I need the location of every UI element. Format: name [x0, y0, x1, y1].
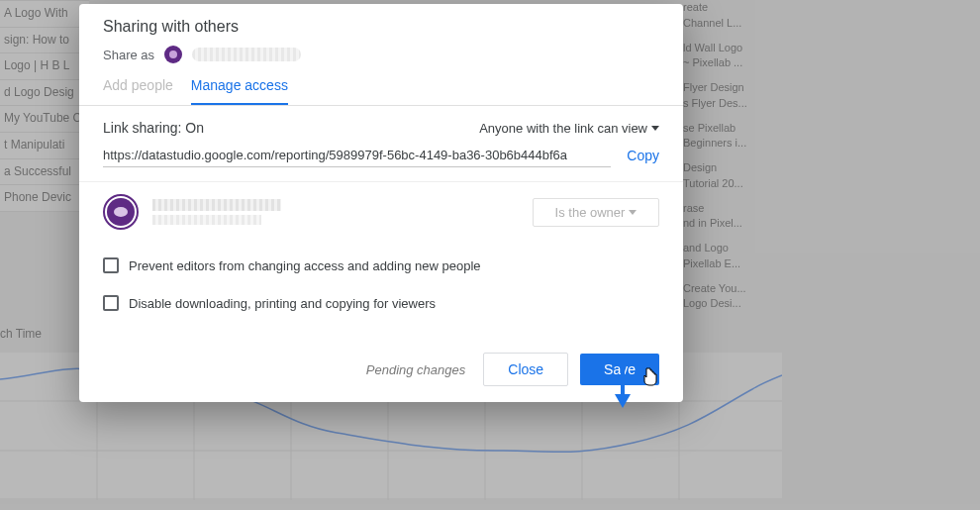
tabs: Add people Manage access	[79, 63, 683, 106]
checkbox-icon[interactable]	[103, 257, 119, 273]
share-as-name-redacted	[192, 48, 301, 61]
chevron-down-icon	[651, 126, 659, 131]
link-permission-text: Anyone with the link can view	[479, 121, 647, 136]
user-avatar-icon	[164, 46, 182, 63]
option-prevent-editors[interactable]: Prevent editors from changing access and…	[79, 254, 683, 277]
owner-email-redacted	[152, 215, 261, 225]
owner-row: Is the owner	[79, 182, 683, 242]
owner-role-text: Is the owner	[555, 205, 626, 220]
link-sharing-label: Link sharing: On	[103, 120, 204, 136]
tab-add-people[interactable]: Add people	[103, 77, 173, 105]
owner-avatar-icon	[103, 194, 139, 230]
owner-name-redacted	[152, 199, 281, 211]
option-disable-download[interactable]: Disable downloading, printing and copyin…	[79, 291, 683, 315]
chevron-down-icon	[629, 210, 637, 215]
option-prevent-editors-label: Prevent editors from changing access and…	[129, 258, 481, 273]
dialog-title: Sharing with others	[103, 18, 659, 36]
share-url-field[interactable]: https://datastudio.google.com/reporting/…	[103, 144, 611, 167]
close-button[interactable]: Close	[483, 353, 568, 386]
sharing-dialog: Sharing with others Share as Add people …	[79, 4, 683, 402]
save-button[interactable]: Save	[580, 354, 659, 385]
link-permission-dropdown[interactable]: Anyone with the link can view	[479, 121, 659, 136]
checkbox-icon[interactable]	[103, 295, 119, 311]
copy-link-button[interactable]: Copy	[627, 148, 659, 163]
tab-manage-access[interactable]: Manage access	[191, 77, 288, 105]
owner-role-dropdown[interactable]: Is the owner	[533, 198, 659, 227]
pending-changes-label: Pending changes	[366, 362, 465, 377]
share-as-label: Share as	[103, 48, 154, 62]
option-disable-download-label: Disable downloading, printing and copyin…	[129, 296, 436, 311]
